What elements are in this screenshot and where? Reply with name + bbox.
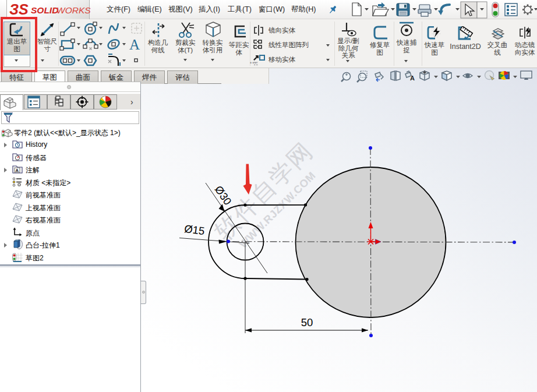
svg-text:Ø30: Ø30: [213, 183, 234, 207]
svg-text:50: 50: [301, 316, 313, 329]
svg-text:A: A: [16, 168, 19, 173]
svg-text:Ø15: Ø15: [183, 223, 205, 237]
svg-text:A: A: [410, 75, 415, 82]
